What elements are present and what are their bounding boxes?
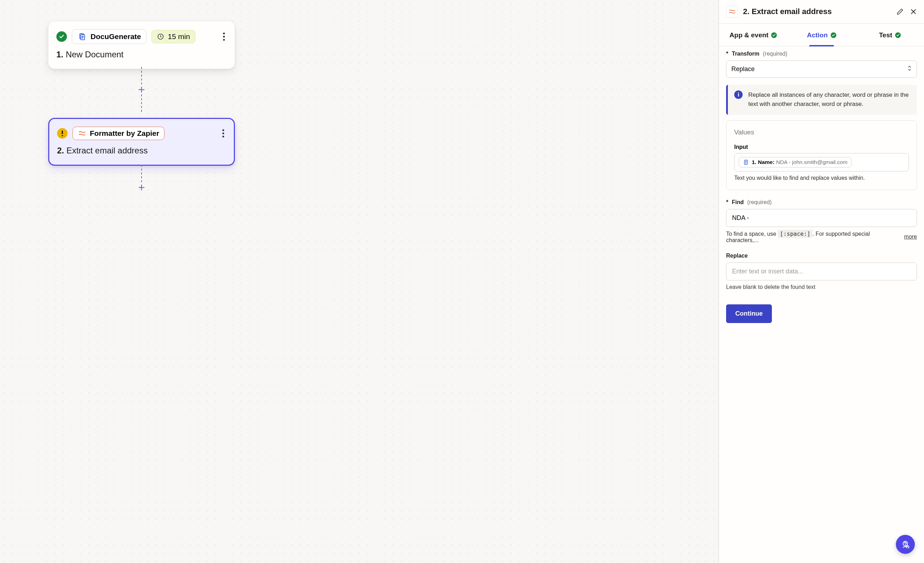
formatter-icon [78,129,86,138]
step-node-1[interactable]: DocuGenerate 15 min 1. New Document [48,21,235,69]
info-box: i Replace all instances of any character… [726,85,917,115]
continue-button[interactable]: Continue [726,304,772,323]
panel-title: 2. Extract email address [743,7,832,16]
input-field[interactable]: 1. Name: NDA - john.smith@gmail.com [734,153,909,171]
formatter-icon [726,6,738,18]
check-circle-icon [771,32,777,38]
step-title: 1. New Document [56,49,227,60]
find-label: * Find (required) [726,199,917,205]
step-node-2[interactable]: Formatter by Zapier 2. Extract email add… [48,118,235,166]
more-vert-icon[interactable] [221,31,227,43]
app-chip-docugenerate[interactable]: DocuGenerate [72,29,147,44]
svg-point-6 [223,32,225,34]
connector-line [141,94,142,112]
replace-label: Replace [726,253,917,259]
help-fab[interactable] [896,535,915,554]
tab-label: App & event [730,31,769,39]
panel-header: 2. Extract email address [719,0,924,24]
svg-point-12 [222,132,224,134]
more-link[interactable]: more [904,234,917,240]
check-circle-icon [831,32,836,38]
tab-label: Action [807,31,828,39]
panel-body: * Transform (required) Replace i Replace… [719,46,924,563]
add-step-button[interactable]: + [138,182,145,192]
replace-input[interactable] [726,262,917,280]
workflow-canvas[interactable]: DocuGenerate 15 min 1. New Document + [0,0,718,563]
svg-point-7 [223,36,225,37]
more-vert-icon[interactable] [220,127,226,139]
tab-app-event[interactable]: App & event [719,24,788,46]
document-icon [77,31,87,42]
tab-test[interactable]: Test [856,24,924,46]
info-text: Replace all instances of any character, … [748,90,910,109]
warning-circle-icon [57,128,68,139]
svg-point-10 [62,135,63,136]
svg-point-11 [222,129,224,131]
transform-select[interactable]: Replace [726,60,917,78]
document-icon [742,159,749,165]
check-circle-icon [56,31,67,42]
app-chip-formatter[interactable]: Formatter by Zapier [72,127,165,140]
timer-chip-label: 15 min [168,32,190,41]
info-icon: i [734,90,742,99]
transform-select-value: Replace [731,66,754,73]
data-pill[interactable]: 1. Name: NDA - john.smith@gmail.com [739,157,852,168]
timer-chip[interactable]: 15 min [152,30,195,43]
input-help-text: Text you would like to find and replace … [734,175,909,181]
add-step-button[interactable]: + [138,84,145,94]
panel-tabs: App & event Action Test [719,24,924,46]
replace-help-text: Leave blank to delete the found text [726,284,917,290]
find-help-text: To find a space, use [:space:]. For supp… [726,231,917,244]
app-chip-label: Formatter by Zapier [90,129,159,138]
pill-label: 1. Name: NDA - john.smith@gmail.com [752,159,848,165]
step-config-panel: 2. Extract email address App & event Act… [718,0,924,563]
clock-icon [157,33,165,40]
app-chip-label: DocuGenerate [90,32,141,41]
connector-line [141,67,142,84]
svg-point-13 [222,135,224,137]
chevron-up-down-icon [908,65,912,73]
connector: + [48,67,235,112]
input-label: Input [734,144,909,150]
values-section-title: Values [734,129,909,136]
tab-label: Test [879,31,892,39]
close-icon[interactable] [910,8,917,15]
step-title: 2. Extract email address [57,146,226,156]
connector: + [48,165,235,192]
check-circle-icon [895,32,901,38]
find-input[interactable] [726,209,917,227]
tab-action[interactable]: Action [788,24,856,46]
edit-icon[interactable] [897,8,904,15]
connector-line [141,165,142,182]
svg-rect-9 [62,130,63,134]
transform-label: * Transform (required) [726,51,917,57]
svg-point-8 [223,39,225,40]
values-section: Values Input 1. Name: NDA - john.smith@g… [726,120,917,190]
